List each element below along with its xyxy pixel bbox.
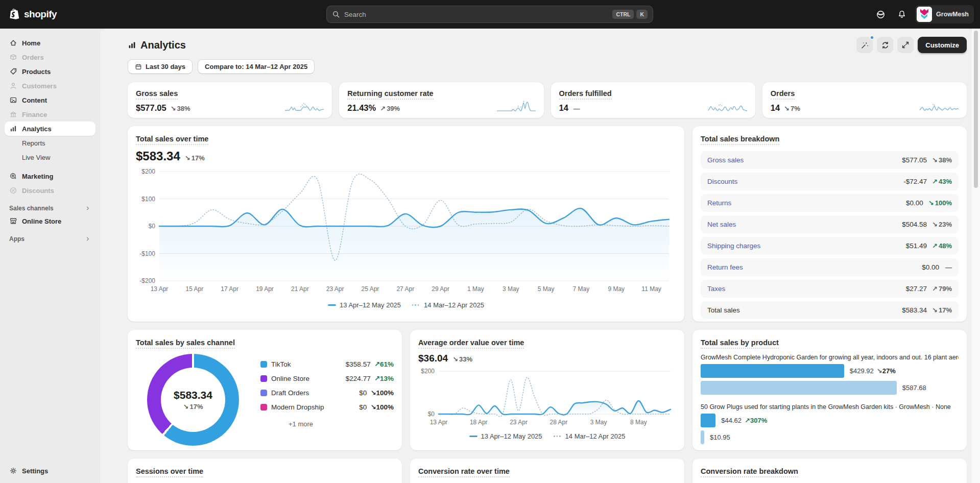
scrollbar-thumb[interactable] [974,31,978,188]
insights-wand-button[interactable] [856,37,873,53]
sidebar-item-marketing[interactable]: Marketing [5,169,95,183]
sidebar-item-label: Reports [22,139,45,147]
card-title[interactable]: Average order value over time [418,339,524,349]
kpi-title[interactable]: Returning customer rate [347,89,433,100]
svg-text:23 Apr: 23 Apr [326,285,344,293]
shopify-logo[interactable]: shopify [9,8,57,20]
svg-text:15 Apr: 15 Apr [185,285,203,293]
svg-text:23 Apr: 23 Apr [510,419,528,426]
kpi-title[interactable]: Gross sales [136,89,178,100]
sidebar-item-customers[interactable]: Customers [5,79,95,93]
breakdown-link[interactable]: Gross sales [707,156,744,164]
sidebar-section-sales-channels[interactable]: Sales channels [9,205,91,212]
sidebar-item-live-view[interactable]: Live View [5,150,95,164]
channel-trend: ↘100% [370,403,394,411]
sidebar-item-online-store[interactable]: Online Store [5,214,95,228]
svg-text:7 May: 7 May [573,285,590,293]
chart-legend: 13 Apr–12 May 2025 14 Mar–12 Apr 2025 [136,301,676,309]
breakdown-link[interactable]: Return fees [707,263,743,271]
breakdown-row-gross-sales[interactable]: Gross sales $577.05↘38% [701,151,959,169]
chevron-right-icon [85,236,91,242]
breakdown-row-discounts[interactable]: Discounts -$72.47↗43% [701,173,959,190]
tiktok-swatch [260,361,267,368]
sidebar-item-label: Discounts [22,187,54,195]
svg-text:27 Apr: 27 Apr [396,285,414,293]
more-channels-link[interactable]: +1 more [289,420,313,428]
card-title[interactable]: Total sales by sales channel [136,339,235,349]
products-tag-icon [9,67,17,76]
breakdown-rows: Gross sales $577.05↘38% Discounts -$72.4… [701,151,959,319]
compare-button[interactable]: Compare to: 14 Mar–12 Apr 2025 [198,59,315,74]
channel-trend: ↘100% [370,389,394,397]
sidebar-item-home[interactable]: Home [5,36,95,50]
product-list: GrowMesh Complete Hydroponic Garden for … [701,354,959,444]
channel-link[interactable]: Online Store [271,375,309,382]
discounts-icon [9,186,17,195]
sidebar-item-discounts[interactable]: Discounts [5,183,95,198]
breakdown-link[interactable]: Taxes [707,285,725,293]
card-title[interactable]: Total sales over time [136,135,208,145]
breakdown-link[interactable]: Net sales [707,221,736,228]
channel-link[interactable]: Modern Dropship [271,403,324,411]
customers-icon [9,82,17,90]
kpi-card-returning-customer-rate: Returning customer rate 21.43% ↗39% [339,82,543,118]
card-title[interactable]: Conversion rate over time [418,467,510,477]
breakdown-row-taxes[interactable]: Taxes $27.27↗79% [701,280,959,298]
search-input[interactable]: Search CTRL K [326,6,653,23]
svg-text:1 May: 1 May [467,285,484,293]
finance-bank-icon [9,110,17,118]
breakdown-trend: ↗79% [932,285,952,293]
sidebar-section-apps[interactable]: Apps [9,235,91,243]
svg-text:5 May: 5 May [538,285,555,293]
breakdown-link[interactable]: Returns [707,199,731,207]
sidebar-item-orders[interactable]: Orders [5,50,95,64]
customize-button[interactable]: Customize [918,37,967,53]
home-icon [9,39,17,47]
date-range-label: Last 30 days [146,63,185,70]
content-media-icon [9,96,17,104]
orders-icon [9,53,17,61]
breakdown-link[interactable]: Discounts [707,178,737,185]
legend-previous-label: 14 Mar–12 Apr 2025 [565,432,626,440]
breakdown-trend: ↘100% [928,199,952,207]
sidebar-item-label: Live View [22,154,50,161]
sidebar-item-reports[interactable]: Reports [5,136,95,150]
store-menu[interactable]: GrowMesh [915,5,974,23]
store-name: GrowMesh [936,11,969,18]
breakdown-row-returns[interactable]: Returns $0.00↘100% [701,194,959,212]
sidekick-icon[interactable] [872,6,889,22]
page-title-text: Analytics [140,39,186,51]
sidebar-item-settings[interactable]: Settings [5,464,95,478]
bar-value: $429.92 [850,367,874,375]
sidebar-item-finance[interactable]: Finance [5,107,95,122]
channel-row-draft-orders: Draft Orders $0↘100% [260,385,394,400]
channel-link[interactable]: TikTok [271,360,291,368]
kpi-title[interactable]: Orders [771,89,795,100]
sidebar-item-analytics[interactable]: Analytics [5,122,95,136]
brand-wordmark: shopify [24,9,57,20]
card-title[interactable]: Total sales by product [701,339,779,349]
bar-trend: ↘27% [877,367,896,375]
card-title[interactable]: Total sales breakdown [701,135,779,145]
kpi-title[interactable]: Orders fulfilled [559,89,612,100]
refresh-cycle-button[interactable] [877,37,893,53]
breakdown-link[interactable]: Shipping charges [707,242,760,250]
breakdown-row-return-fees[interactable]: Return fees $0.00— [701,258,959,276]
breakdown-trend: ↘17% [932,306,952,314]
kpi-trend: ↗39% [380,105,400,112]
svg-text:9 May: 9 May [608,285,625,293]
breakdown-row-net-sales[interactable]: Net sales $504.58↘23% [701,215,959,233]
notifications-bell-icon[interactable] [894,6,910,22]
breakdown-row-total-sales[interactable]: Total sales $583.34↘17% [701,301,959,319]
section-label: Apps [9,235,25,243]
fullscreen-expand-button[interactable] [897,37,914,53]
date-range-button[interactable]: Last 30 days [128,59,193,74]
card-title[interactable]: Conversion rate breakdown [701,467,798,477]
breakdown-row-shipping-charges[interactable]: Shipping charges $51.49↗48% [701,237,959,255]
sidebar-item-products[interactable]: Products [5,64,95,79]
channel-link[interactable]: Draft Orders [271,389,309,397]
breakdown-trend: ↗48% [932,242,952,250]
card-title[interactable]: Sessions over time [136,467,203,477]
sidebar-item-content[interactable]: Content [5,93,95,107]
svg-text:$100: $100 [141,196,155,203]
